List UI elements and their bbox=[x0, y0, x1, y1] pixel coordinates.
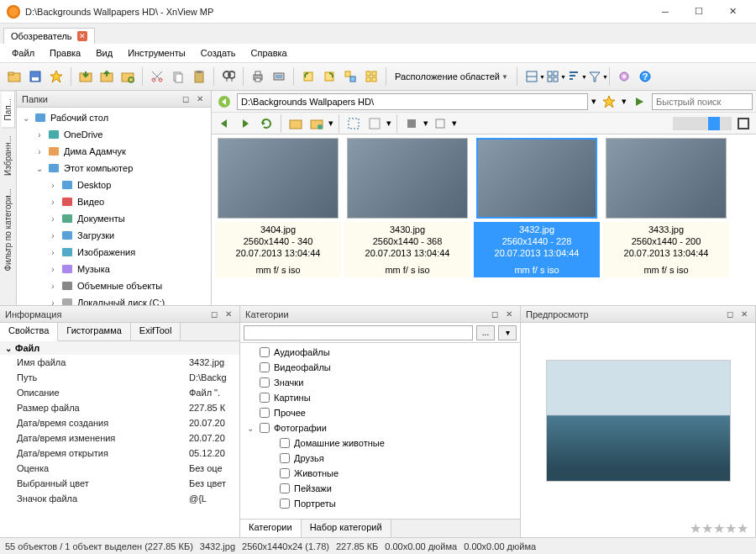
tree-item[interactable]: ⌄ Рабочий стол bbox=[17, 109, 211, 126]
tree-item[interactable]: › Локальный диск (C:) bbox=[17, 294, 211, 305]
category-checkbox[interactable] bbox=[260, 393, 270, 403]
cat-undock-icon[interactable]: ◻ bbox=[489, 309, 501, 320]
select-dd-icon[interactable]: ▾ bbox=[386, 118, 391, 129]
thumbnail-card[interactable]: 3430.jpg 2560x1440 - 368 20.07.2013 13:0… bbox=[344, 138, 470, 302]
open-icon[interactable] bbox=[5, 67, 24, 86]
category-item[interactable]: Картины bbox=[242, 390, 518, 405]
color-dd-icon[interactable]: ▾ bbox=[423, 118, 428, 129]
play-icon[interactable] bbox=[630, 92, 648, 111]
paste-icon[interactable] bbox=[190, 67, 208, 86]
folder-dd-icon[interactable]: ▾ bbox=[328, 118, 333, 129]
category-checkbox[interactable] bbox=[260, 362, 270, 372]
tree-twisty-icon[interactable]: ⌄ bbox=[35, 164, 44, 173]
info-section[interactable]: ⌄Файл bbox=[0, 341, 239, 355]
rotate-left-icon[interactable] bbox=[299, 67, 318, 86]
menu-create[interactable]: Создать bbox=[194, 46, 243, 60]
menu-view[interactable]: Вид bbox=[89, 46, 119, 60]
copy-icon[interactable] bbox=[169, 67, 187, 86]
tree-item[interactable]: › OneDrive bbox=[17, 126, 211, 143]
menu-help[interactable]: Справка bbox=[244, 46, 294, 60]
batch-icon[interactable] bbox=[362, 67, 381, 86]
color-tag-icon[interactable] bbox=[402, 114, 421, 133]
minimize-button[interactable]: ─ bbox=[648, 2, 682, 22]
category-search-input[interactable] bbox=[244, 325, 473, 340]
cat-menu-button[interactable]: ▾ bbox=[498, 325, 517, 340]
menu-edit[interactable]: Правка bbox=[43, 46, 87, 60]
tree-item[interactable]: › Desktop bbox=[17, 177, 211, 193]
category-checkbox[interactable] bbox=[280, 438, 290, 448]
thumbnail-card[interactable]: 3433.jpg 2560x1440 - 200 20.07.2013 13:0… bbox=[603, 138, 729, 302]
export-icon[interactable] bbox=[97, 67, 116, 86]
favorite-icon[interactable] bbox=[47, 67, 66, 86]
prev-undock-icon[interactable]: ◻ bbox=[724, 309, 736, 320]
address-input[interactable] bbox=[237, 93, 588, 110]
tree-twisty-icon[interactable]: › bbox=[49, 265, 57, 274]
category-item[interactable]: Значки bbox=[242, 375, 518, 390]
browser-tab[interactable]: Обозреватель ✕ bbox=[3, 28, 95, 44]
category-item[interactable]: ⌄ Фотографии bbox=[242, 420, 518, 435]
rating-dd-icon[interactable]: ▾ bbox=[452, 118, 457, 129]
folder-new-icon[interactable] bbox=[307, 114, 326, 133]
help-icon[interactable]: ? bbox=[636, 67, 654, 86]
categories-list[interactable]: Аудиофайлы Видеофайлы Значки Картины Про… bbox=[240, 343, 520, 519]
tree-twisty-icon[interactable]: ⌄ bbox=[22, 113, 30, 123]
tree-item[interactable]: › Документы bbox=[17, 210, 211, 227]
rotate-right-icon[interactable] bbox=[320, 67, 339, 86]
tree-item[interactable]: › Дима Адамчук bbox=[17, 143, 211, 160]
category-item[interactable]: Животные bbox=[242, 466, 518, 481]
category-item[interactable]: Портреты bbox=[242, 496, 518, 511]
sidetab-folders[interactable]: Пап... bbox=[2, 91, 15, 129]
tree-item[interactable]: ⌄ Этот компьютер bbox=[17, 160, 211, 177]
category-item[interactable]: Домашние животные bbox=[242, 435, 518, 451]
cat-twisty-icon[interactable]: ⌄ bbox=[247, 424, 255, 433]
category-checkbox[interactable] bbox=[260, 347, 270, 357]
sidetab-favorites[interactable]: Избранн... bbox=[2, 129, 14, 182]
tab-exiftool[interactable]: ExifTool bbox=[131, 323, 181, 340]
tree-twisty-icon[interactable]: › bbox=[49, 248, 57, 257]
fullscreen-icon[interactable] bbox=[734, 114, 753, 133]
nav-prev-icon[interactable] bbox=[215, 114, 234, 133]
info-close-icon[interactable]: ✕ bbox=[223, 309, 234, 320]
nav-next-icon[interactable] bbox=[236, 114, 255, 133]
view-mode2-icon[interactable]: ▼ bbox=[543, 67, 562, 86]
tree-twisty-icon[interactable]: › bbox=[49, 181, 57, 190]
close-button[interactable]: ✕ bbox=[716, 2, 749, 22]
tree-item[interactable]: › Музыка bbox=[17, 261, 211, 277]
info-list[interactable]: ⌄ФайлИмя файла3432.jpgПутьD:\BackgОписан… bbox=[0, 341, 239, 537]
tree-item[interactable]: › Изображения bbox=[17, 244, 211, 261]
filter-icon[interactable]: ▼ bbox=[585, 67, 604, 86]
panel-undock-icon[interactable]: ◻ bbox=[180, 93, 192, 105]
tree-twisty-icon[interactable]: › bbox=[35, 130, 44, 140]
select-none-icon[interactable] bbox=[365, 114, 384, 133]
cat-browse-button[interactable]: ... bbox=[476, 325, 495, 340]
tree-item[interactable]: › Объемные объекты bbox=[17, 277, 211, 294]
menu-file[interactable]: Файл bbox=[5, 46, 41, 60]
tree-twisty-icon[interactable]: › bbox=[49, 214, 57, 224]
address-dropdown-icon[interactable]: ▾ bbox=[591, 96, 596, 107]
save-icon[interactable] bbox=[26, 67, 45, 86]
thumbnail-card[interactable]: 3404.jpg 2560x1440 - 340 20.07.2013 13:0… bbox=[215, 138, 341, 302]
tree-twisty-icon[interactable]: › bbox=[35, 147, 44, 156]
cut-icon[interactable] bbox=[148, 67, 166, 86]
print-icon[interactable] bbox=[249, 67, 267, 86]
tree-twisty-icon[interactable]: › bbox=[49, 298, 57, 306]
category-item[interactable]: Видеофайлы bbox=[242, 360, 518, 375]
tree-twisty-icon[interactable]: › bbox=[49, 231, 57, 240]
select-all-icon[interactable] bbox=[344, 114, 363, 133]
tree-item[interactable]: › Загрузки bbox=[17, 227, 211, 244]
rating-stars[interactable]: ★★★★★ bbox=[521, 519, 755, 537]
category-item[interactable]: Прочее bbox=[242, 405, 518, 420]
category-checkbox[interactable] bbox=[260, 377, 270, 388]
star-dropdown-icon[interactable]: ▾ bbox=[622, 96, 627, 107]
category-checkbox[interactable] bbox=[280, 499, 290, 509]
convert-icon[interactable] bbox=[341, 67, 360, 86]
tree-item[interactable]: › Видео bbox=[17, 193, 211, 210]
info-undock-icon[interactable]: ◻ bbox=[208, 309, 220, 320]
thumbnail-card[interactable]: 3432.jpg 2560x1440 - 228 20.07.2013 13:0… bbox=[474, 138, 600, 302]
folder-open-icon[interactable] bbox=[286, 114, 305, 133]
sidetab-filter[interactable]: Фильтр по категори... bbox=[2, 182, 14, 278]
folder-tree[interactable]: ⌄ Рабочий стол› OneDrive› Дима Адамчук⌄ … bbox=[17, 108, 211, 305]
folder-refresh-icon[interactable] bbox=[118, 67, 137, 86]
import-icon[interactable] bbox=[76, 67, 95, 86]
category-checkbox[interactable] bbox=[280, 453, 290, 463]
